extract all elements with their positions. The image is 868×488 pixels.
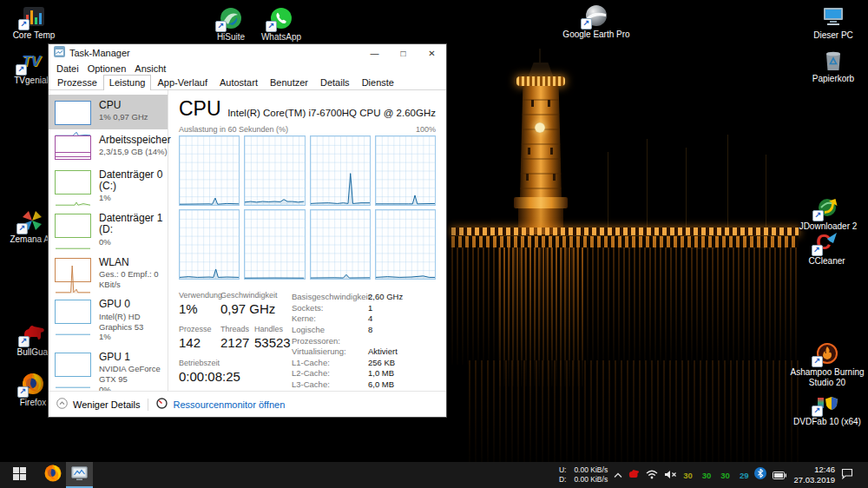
tab-dienste[interactable]: Dienste [356, 75, 400, 89]
sidebar-thumb-disk1 [55, 214, 91, 238]
window-titlebar[interactable]: Task-Manager — □ ✕ [49, 44, 446, 62]
detail-label: Kerne: [292, 313, 368, 325]
tray-expand-icon[interactable] [614, 467, 622, 483]
resource-monitor-link[interactable]: Ressourcenmonitor öffnen [173, 399, 285, 410]
cpu-panel: CPU Intel(R) Core(TM) i7-6700HQ CPU @ 2.… [168, 90, 446, 391]
stat-verwendung: Verwendung1% [179, 291, 220, 316]
detail-value: 6,0 MB [368, 379, 394, 391]
taskbar-task-manager[interactable] [66, 462, 93, 488]
tab-prozesse[interactable]: Prozesse [51, 75, 103, 89]
sidebar-item-wlan[interactable]: WLANGes.: 0 Empf.: 0 KBit/s [49, 252, 168, 294]
desktop-icon-jdownloader-2[interactable]: ↗JDownloader 2 [793, 195, 863, 232]
graph-axis-label: Auslastung in 60 Sekunden (%) [179, 125, 288, 134]
desktop-icon-label: Dieser PC [813, 30, 853, 41]
bluetooth-icon[interactable] [754, 467, 766, 483]
detail-label: Sockets: [292, 303, 368, 314]
detail-label: L3-Cache: [292, 379, 368, 391]
zemana-icon: ↗ [19, 208, 45, 233]
detail-value: Aktiviert [368, 346, 398, 358]
detail-row: Basisgeschwindigkeit:2,60 GHz [292, 292, 441, 303]
desktop-icon-label: CCleaner [808, 256, 845, 267]
detail-row: Virtualisierung:Aktiviert [292, 346, 441, 358]
sidebar-item-gpu1[interactable]: GPU 1NVIDIA GeForce GTX 950% [49, 346, 168, 391]
desktop-icon-ashampoo-burning-studio-20[interactable]: ↗Ashampoo Burning Studio 20 [786, 341, 868, 387]
detail-value: 2,60 GHz [368, 292, 403, 303]
desktop-icon-dvdfab-10-x64-[interactable]: ↗DVDFab 10 (x64) [790, 391, 865, 427]
sidebar-item-disk1[interactable]: Datenträger 1 (D:0% [49, 208, 168, 251]
menu-ansicht[interactable]: Ansicht [130, 63, 170, 74]
wifi-icon[interactable] [646, 467, 658, 483]
shortcut-arrow-icon: ↗ [812, 406, 823, 417]
cpu-core-graph-1 [244, 135, 305, 206]
sidebar-item-disk0[interactable]: Datenträger 0 (C:)1% [49, 164, 168, 208]
close-button[interactable]: ✕ [418, 44, 446, 62]
core-temp-value-0: 30 [683, 471, 693, 480]
stat-value: 0:00:08:25 [179, 369, 283, 384]
menu-optionen[interactable]: Optionen [83, 63, 131, 74]
desktop-icon-google-earth-pro[interactable]: ↗Google Earth Pro [556, 3, 636, 40]
desktop-icon-dieser-pc[interactable]: Dieser PC [804, 4, 863, 41]
hisuite-icon: ↗ [218, 6, 244, 30]
core-temp-readings: 30303029 [683, 471, 748, 480]
stat-value: 1% [179, 301, 220, 316]
stat-label: Threads [220, 325, 254, 333]
tab-autostart[interactable]: Autostart [214, 75, 264, 89]
dieser-pc-icon [820, 4, 846, 29]
cpu-core-graph-7 [375, 209, 436, 280]
sidebar-thumb-gpu0 [55, 300, 91, 324]
resource-monitor-icon [156, 398, 168, 411]
firefox-icon [44, 465, 62, 485]
firefox-icon: ↗ [20, 372, 46, 396]
sidebar-item-cpu[interactable]: CPU1% 0,97 GHz [49, 95, 168, 129]
sidebar-item-gpu0[interactable]: GPU 0Intel(R) HD Graphics 531% [49, 293, 168, 346]
ccleaner-icon: C↗ [814, 230, 840, 254]
stats-group: Betriebszeit0:00:08:25 [179, 359, 292, 384]
detail-value: 1,0 MB [368, 368, 394, 379]
sidebar-text-disk0: Datenträger 0 (C:)1% [99, 169, 168, 203]
core-temp-icon: ↗ [21, 4, 47, 29]
tab-app-verlauf[interactable]: App-Verlauf [151, 75, 213, 89]
detail-row: Sockets:1 [292, 303, 441, 314]
tab-benutzer[interactable]: Benutzer [264, 75, 314, 89]
desktop-icon-ccleaner[interactable]: C↗CCleaner [799, 230, 855, 267]
lighthouse-clock [535, 122, 545, 133]
sidebar-text-gpu0: GPU 0Intel(R) HD Graphics 531% [99, 299, 168, 342]
stat-label: Betriebszeit [179, 359, 283, 367]
cpu-core-graphs [179, 135, 436, 280]
maximize-button[interactable]: □ [389, 44, 418, 62]
sidebar-thumb-gpu1 [55, 353, 91, 377]
desktop-icon-label: Core Temp [13, 30, 56, 41]
detail-row: L2-Cache:1,0 MB [292, 368, 441, 379]
sidebar-thumb-wlan [55, 258, 91, 282]
detail-row: L1-Cache:256 KB [292, 358, 441, 369]
stat-label: Prozesse [179, 325, 220, 333]
less-details-button[interactable]: Weniger Details [73, 399, 140, 410]
desktop-icon-label: TVgenial [14, 76, 48, 86]
taskbar-clock[interactable]: 12:46 27.03.2019 [793, 465, 835, 485]
desktop-icon-papierkorb[interactable]: Papierkorb [804, 48, 863, 84]
ashampoo-icon: ↗ [814, 341, 840, 366]
papierkorb-icon [820, 48, 846, 72]
bullguard-tray-icon[interactable] [628, 467, 640, 483]
shortcut-arrow-icon: ↗ [18, 19, 30, 30]
tab-details[interactable]: Details [314, 75, 356, 89]
minimize-button[interactable]: — [360, 44, 389, 62]
volume-muted-icon[interactable] [664, 467, 677, 483]
desktop-icon-whatsapp[interactable]: ↗WhatsApp [254, 6, 308, 43]
detail-row: Logische Prozessoren:8 [292, 325, 441, 346]
start-button[interactable] [0, 462, 39, 488]
menu-datei[interactable]: Datei [52, 63, 83, 74]
windows-logo-icon [13, 467, 26, 484]
detail-label: Logische Prozessoren: [292, 325, 368, 346]
taskbar-firefox[interactable] [39, 462, 66, 488]
tab-leistung[interactable]: Leistung [103, 75, 152, 90]
battery-icon[interactable] [773, 467, 787, 483]
desktop-icon-hisuite[interactable]: ↗HiSuite [204, 6, 258, 43]
desktop-icon-core-temp[interactable]: ↗Core Temp [7, 4, 61, 41]
cpu-core-graph-6 [310, 209, 371, 280]
graph-max-label: 100% [416, 125, 436, 134]
action-center-icon[interactable] [841, 467, 853, 483]
sidebar-text-disk1: Datenträger 1 (D:0% [99, 213, 168, 247]
stats-group: Verwendung1%Geschwindigkeit0,97 GHz [179, 291, 292, 316]
sidebar-thumb-memory [55, 135, 91, 160]
